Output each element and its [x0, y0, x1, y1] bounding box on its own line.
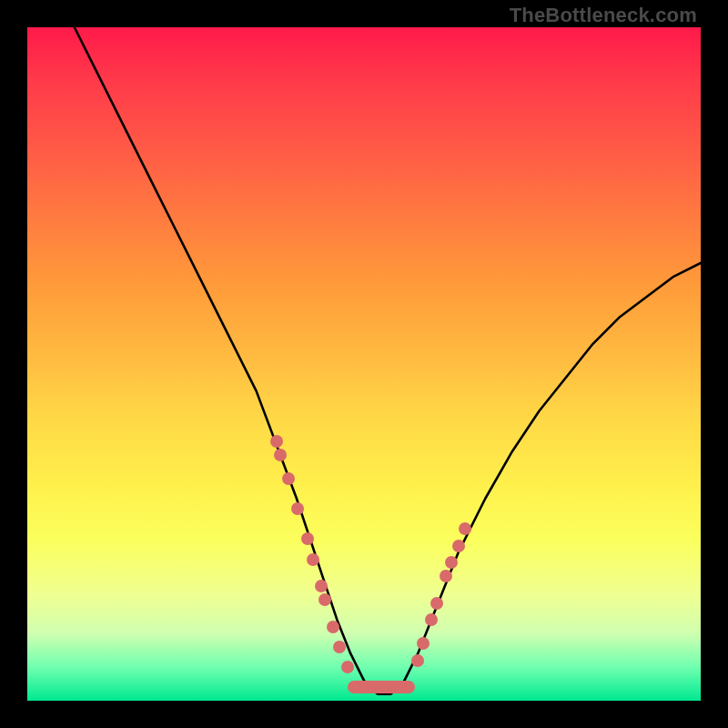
marker-dot-left [307, 553, 319, 566]
marker-dot-left [274, 449, 287, 461]
marker-dot-left [291, 502, 304, 515]
watermark-text: TheBottleneck.com [510, 4, 697, 27]
marker-dot-left [315, 580, 328, 592]
marker-dot-right [411, 654, 424, 667]
marker-dot-right [452, 540, 465, 552]
chart-frame: TheBottleneck.com [0, 0, 728, 728]
marker-dot-right [417, 637, 430, 650]
marker-bottom-pill [348, 681, 415, 693]
curve-svg [27, 27, 701, 701]
marker-dot-right [430, 597, 443, 610]
marker-dot-right [425, 613, 438, 626]
marker-dot-left [327, 621, 339, 633]
marker-dot-right [440, 570, 452, 582]
bottleneck-curve [75, 27, 701, 694]
marker-dot-left [282, 472, 295, 485]
marker-dot-left [270, 435, 283, 448]
marker-dot-left [341, 661, 354, 673]
marker-dot-left [301, 532, 314, 545]
marker-dot-left [318, 593, 331, 606]
plot-area [27, 27, 701, 701]
marker-dot-right [445, 556, 458, 569]
marker-dot-left [333, 641, 346, 653]
marker-dot-right [459, 522, 471, 535]
